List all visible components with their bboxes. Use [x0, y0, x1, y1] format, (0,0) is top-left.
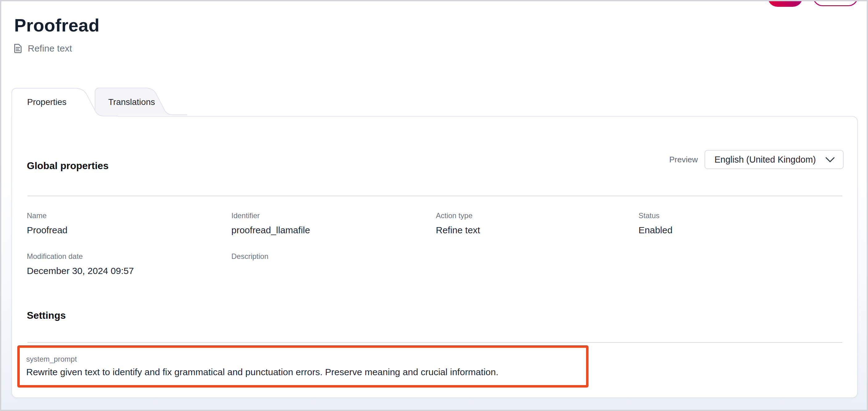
language-select[interactable]: English (United Kingdom)	[705, 150, 844, 169]
field-description: Description	[231, 252, 436, 277]
field-value: Proofread	[27, 224, 231, 236]
global-properties-heading: Global properties	[27, 160, 108, 172]
field-value: proofread_llamafile	[231, 224, 436, 236]
settings-heading: Settings	[27, 310, 66, 321]
field-modification-date: Modification date December 30, 2024 09:5…	[27, 252, 231, 277]
tab-properties[interactable]: Properties	[11, 87, 118, 117]
divider	[27, 342, 842, 343]
tab-bar: Translations Properties	[11, 87, 227, 117]
field-value: December 30, 2024 09:57	[27, 265, 231, 277]
page-subtitle-label: Refine text	[28, 43, 72, 54]
field-label: Modification date	[27, 252, 231, 261]
system-prompt-field[interactable]: system_prompt Rewrite given text to iden…	[17, 345, 589, 387]
app-window: Proofread Refine text Translations Prope…	[0, 0, 868, 411]
field-status: Status Enabled	[639, 211, 843, 236]
field-label: Action type	[436, 211, 639, 220]
document-text-icon	[13, 43, 23, 54]
preview-row: Preview English (United Kingdom)	[669, 150, 844, 169]
field-label: Identifier	[231, 211, 436, 220]
system-prompt-label: system_prompt	[26, 355, 586, 363]
field-label: Name	[27, 211, 231, 220]
page-subtitle: Refine text	[13, 43, 72, 54]
divider	[27, 196, 842, 196]
field-value: Enabled	[639, 224, 843, 236]
system-prompt-value: Rewrite given text to identify and fix g…	[26, 366, 586, 378]
properties-panel: Preview English (United Kingdom) Global …	[11, 116, 858, 398]
global-properties-fields: Name Proofread Identifier proofread_llam…	[27, 211, 843, 277]
field-value: Refine text	[436, 224, 639, 236]
field-identifier: Identifier proofread_llamafile	[231, 211, 436, 236]
field-name: Name Proofread	[27, 211, 231, 236]
preview-label: Preview	[669, 155, 698, 165]
primary-action-button[interactable]	[768, 0, 803, 7]
tab-label: Properties	[27, 97, 67, 107]
language-select-value: English (United Kingdom)	[714, 154, 816, 165]
field-label: Description	[231, 252, 436, 261]
page-title: Proofread	[14, 16, 100, 35]
secondary-action-button[interactable]	[813, 0, 858, 6]
field-action-type: Action type Refine text	[436, 211, 639, 236]
chevron-down-icon	[825, 157, 835, 163]
field-label: Status	[639, 211, 843, 220]
